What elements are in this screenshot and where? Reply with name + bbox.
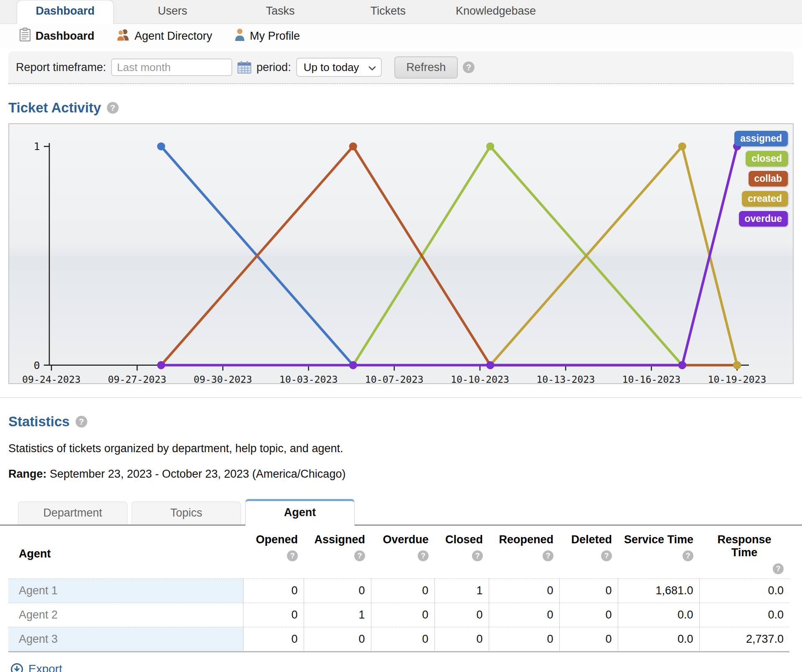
top-navigation: Dashboard Users Tasks Tickets Knowledgeb… bbox=[0, 0, 802, 24]
stat-value-cell: 0 bbox=[371, 579, 434, 603]
subnav-item-my-profile[interactable]: My Profile bbox=[234, 28, 300, 44]
series-closed-point bbox=[486, 143, 494, 150]
help-icon[interactable]: ? bbox=[76, 416, 87, 428]
subnav-item-agent-directory[interactable]: Agent Directory bbox=[116, 28, 212, 44]
x-axis-label: 09-30-2023 bbox=[193, 374, 252, 383]
x-axis-label: 09-24-2023 bbox=[22, 374, 81, 383]
series-overdue-point bbox=[157, 361, 165, 369]
stat-value-cell: 0.0 bbox=[618, 603, 699, 627]
agent-name-cell: Agent 1 bbox=[8, 579, 243, 603]
table-header-row: AgentOpened?Assigned?Overdue?Closed?Reop… bbox=[8, 527, 789, 579]
help-icon[interactable]: ? bbox=[354, 550, 365, 561]
column-label: Reopened bbox=[499, 533, 553, 546]
stat-value-cell: 1 bbox=[304, 603, 371, 627]
stat-value-cell: 0.0 bbox=[699, 579, 789, 603]
period-select[interactable]: Up to today bbox=[296, 58, 382, 77]
ticket-activity-chart: 0109-24-202309-27-202309-30-202310-03-20… bbox=[8, 123, 794, 384]
ticket-activity-heading: Ticket Activity ? bbox=[8, 98, 802, 117]
agent-name-cell: Agent 2 bbox=[8, 603, 243, 627]
stat-value-cell: 0 bbox=[243, 603, 304, 627]
sub-navigation: Dashboard Agent Directory My Profile bbox=[0, 24, 802, 48]
x-axis-label: 10-03-2023 bbox=[279, 374, 338, 383]
download-icon bbox=[10, 663, 23, 672]
x-axis-label: 10-19-2023 bbox=[708, 374, 766, 383]
help-icon[interactable]: ? bbox=[472, 550, 483, 561]
subnav-item-label: My Profile bbox=[250, 30, 300, 43]
stat-value-cell: 0 bbox=[304, 627, 371, 652]
tab-tickets[interactable]: Tickets bbox=[334, 0, 442, 23]
column-header-service-time: Service Time? bbox=[618, 527, 699, 579]
column-label: Overdue bbox=[383, 533, 429, 546]
chevron-down-icon bbox=[368, 66, 376, 71]
help-icon[interactable]: ? bbox=[773, 563, 784, 574]
stat-value-cell: 0 bbox=[371, 603, 434, 627]
x-axis-label: 10-16-2023 bbox=[622, 374, 680, 383]
person-icon bbox=[234, 28, 246, 44]
series-overdue-point bbox=[678, 361, 686, 369]
chart-legend: assignedclosedcollabcreatedoverdue bbox=[734, 131, 788, 227]
tab-tasks[interactable]: Tasks bbox=[226, 0, 334, 23]
x-axis-label: 10-10-2023 bbox=[451, 374, 509, 383]
statistics-description: Statistics of tickets organized by depar… bbox=[8, 442, 802, 455]
series-created-line bbox=[490, 146, 737, 365]
x-axis-label: 09-27-2023 bbox=[108, 374, 166, 383]
legend-item-overdue: overdue bbox=[739, 211, 788, 227]
clipboard-icon bbox=[19, 28, 31, 45]
refresh-button[interactable]: Refresh bbox=[394, 56, 458, 79]
statistics-table: AgentOpened?Assigned?Overdue?Closed?Reop… bbox=[8, 527, 789, 652]
table-row: Agent 10001001,681.00.0 bbox=[8, 579, 789, 603]
stat-value-cell: 0.0 bbox=[699, 603, 789, 627]
stat-value-cell: 0 bbox=[243, 627, 304, 652]
tab-knowledgebase[interactable]: Knowledgebase bbox=[442, 0, 550, 23]
stat-value-cell: 1 bbox=[434, 579, 489, 603]
section-divider bbox=[0, 397, 802, 398]
timeframe-input[interactable] bbox=[111, 59, 232, 76]
help-icon[interactable]: ? bbox=[287, 550, 298, 561]
section-title: Ticket Activity bbox=[8, 100, 101, 116]
column-header-deleted: Deleted? bbox=[559, 527, 618, 579]
help-icon[interactable]: ? bbox=[418, 550, 429, 561]
help-icon[interactable]: ? bbox=[543, 550, 553, 561]
tab-topics[interactable]: Topics bbox=[132, 501, 241, 524]
y-axis-label: 0 bbox=[34, 359, 40, 372]
tab-agent[interactable]: Agent bbox=[245, 499, 355, 526]
subnav-item-label: Agent Directory bbox=[135, 30, 212, 43]
column-label: Service Time bbox=[624, 533, 693, 546]
series-overdue-line bbox=[161, 146, 737, 365]
series-assigned-point bbox=[157, 143, 165, 150]
series-created-point bbox=[678, 143, 686, 150]
calendar-icon[interactable] bbox=[237, 61, 251, 74]
help-icon[interactable]: ? bbox=[601, 550, 612, 561]
people-icon bbox=[116, 28, 130, 44]
series-collab-point bbox=[349, 143, 357, 150]
legend-item-created: created bbox=[742, 191, 788, 206]
series-overdue-point bbox=[486, 361, 494, 369]
stat-value-cell: 0 bbox=[243, 579, 304, 603]
tab-users[interactable]: Users bbox=[119, 0, 226, 23]
help-icon[interactable]: ? bbox=[107, 102, 119, 114]
series-created-point bbox=[733, 361, 741, 369]
stat-value-cell: 0 bbox=[489, 603, 559, 627]
stat-value-cell: 0 bbox=[559, 603, 618, 627]
y-axis-label: 1 bbox=[34, 140, 40, 153]
export-label: Export bbox=[28, 662, 62, 672]
x-axis-label: 10-13-2023 bbox=[536, 374, 595, 383]
table-row: Agent 20100000.00.0 bbox=[8, 603, 789, 627]
column-header-agent: Agent bbox=[8, 527, 243, 579]
stat-value-cell: 0 bbox=[304, 579, 371, 603]
help-icon[interactable]: ? bbox=[463, 61, 475, 73]
column-label: Closed bbox=[445, 533, 483, 546]
subnav-item-dashboard[interactable]: Dashboard bbox=[19, 28, 94, 45]
help-icon[interactable]: ? bbox=[683, 550, 693, 561]
x-axis-label: 10-07-2023 bbox=[365, 374, 424, 383]
legend-item-collab: collab bbox=[749, 171, 788, 186]
range-value: September 23, 2023 - October 23, 2023 (A… bbox=[50, 468, 345, 480]
export-link[interactable]: Export bbox=[10, 662, 62, 672]
tab-dashboard[interactable]: Dashboard bbox=[17, 0, 114, 24]
stat-value-cell: 0 bbox=[434, 603, 489, 627]
stat-value-cell: 0 bbox=[434, 627, 489, 652]
stat-value-cell: 0 bbox=[489, 627, 559, 652]
tab-department[interactable]: Department bbox=[18, 501, 127, 524]
section-title: Statistics bbox=[8, 414, 70, 430]
chart-plot-area: 0109-24-202309-27-202309-30-202310-03-20… bbox=[9, 124, 793, 383]
